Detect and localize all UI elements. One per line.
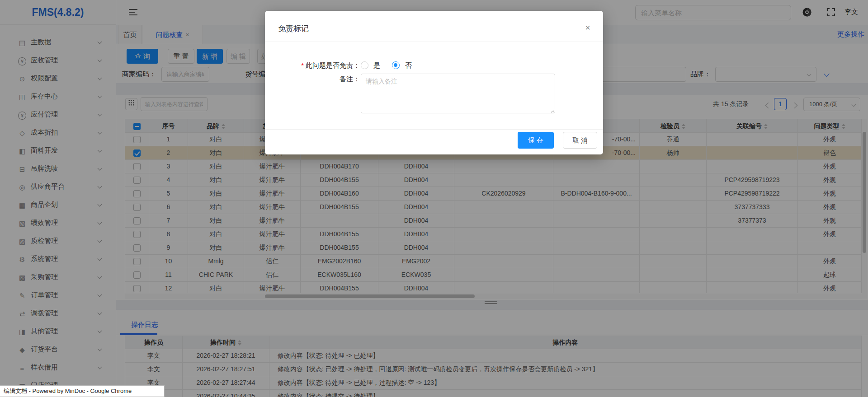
- app-root: FMS(4.8.2) ▤主数据¥应收管理⊙权限配置◫库存中心¥应付管理◇成本折扣…: [0, 0, 868, 397]
- close-icon[interactable]: ×: [585, 23, 590, 33]
- remark-textarea[interactable]: [361, 74, 555, 113]
- radio-yes[interactable]: [361, 61, 368, 69]
- exemption-question-row: *此问题是否免责： 是 否: [265, 60, 603, 71]
- radio-yes-label[interactable]: 是: [373, 60, 380, 71]
- save-button[interactable]: 保 存: [518, 132, 554, 149]
- modal-title: 免责标记: [278, 23, 309, 34]
- radio-no-label[interactable]: 否: [405, 60, 412, 71]
- question-label: *此问题是否免责：: [301, 60, 360, 71]
- remark-label: 备注：: [340, 75, 360, 84]
- browser-status-bubble: 编辑文档 - Powered by MinDoc - Google Chrome: [0, 385, 165, 397]
- cancel-button[interactable]: 取 消: [563, 132, 597, 149]
- modal-footer-divider: [265, 129, 603, 130]
- exemption-modal: 免责标记 × *此问题是否免责： 是 否 备注： 保 存 取 消: [265, 11, 603, 154]
- required-mark: *: [301, 61, 304, 69]
- modal-header-divider: [265, 42, 603, 42]
- radio-no[interactable]: [392, 61, 400, 69]
